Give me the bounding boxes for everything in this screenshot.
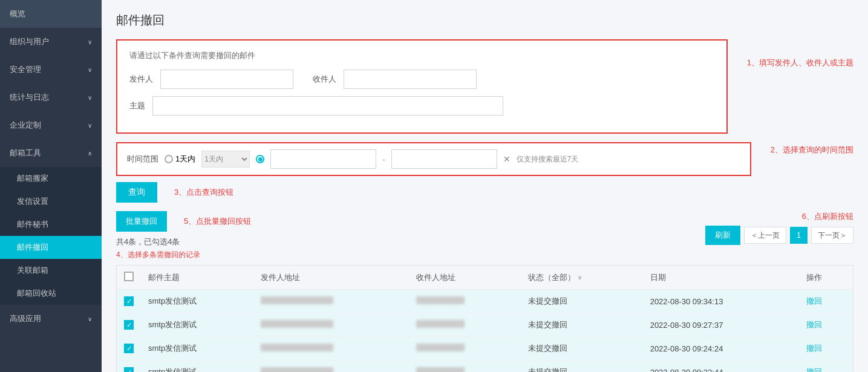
sidebar-item-overview[interactable]: 概览 bbox=[0, 0, 102, 28]
sidebar-item-mail-migrate[interactable]: 邮箱搬家 bbox=[0, 167, 102, 190]
sidebar-item-linked-mailbox[interactable]: 关联邮箱 bbox=[0, 259, 102, 282]
time-option-1day[interactable]: 1天内 bbox=[165, 154, 195, 165]
refresh-button[interactable]: 刷新 bbox=[705, 226, 740, 245]
sidebar-item-label: 发信设置 bbox=[17, 196, 48, 207]
row-receiver bbox=[409, 313, 521, 337]
current-page-button[interactable]: 1 bbox=[790, 227, 808, 244]
chevron-down-icon: ∨ bbox=[578, 274, 582, 281]
row-receiver bbox=[409, 361, 521, 373]
row-checkbox-0[interactable] bbox=[124, 296, 134, 306]
chevron-down-icon: ∨ bbox=[88, 316, 92, 322]
table-body: smtp发信测试 未提交撤回 2022-08-30 09:34:13 撤回 sm… bbox=[117, 290, 853, 373]
subject-input[interactable]: smtp发信测试 bbox=[152, 96, 503, 116]
chevron-up-icon: ∧ bbox=[88, 150, 92, 157]
sidebar-item-label: 企业定制 bbox=[10, 120, 41, 131]
annotation-5: 5、点批量撤回按钮 bbox=[184, 216, 251, 227]
row-sender bbox=[253, 313, 409, 337]
chevron-down-icon: ∨ bbox=[88, 39, 92, 45]
next-page-button[interactable]: 下一页＞ bbox=[811, 227, 853, 244]
row-date: 2022-08-30 09:34:13 bbox=[643, 290, 799, 313]
sidebar-item-label: 概览 bbox=[10, 8, 25, 19]
annotation-2: 2、选择查询的时间范围 bbox=[771, 145, 853, 154]
select-all-checkbox[interactable] bbox=[124, 272, 134, 281]
row-date: 2022-08-30 09:27:37 bbox=[643, 313, 799, 337]
date-end-input[interactable]: 2022-08-31 00:00:00 bbox=[391, 149, 497, 169]
row-status: 未提交撤回 bbox=[521, 313, 643, 337]
sidebar-item-mailbox-tools[interactable]: 邮箱工具 ∧ bbox=[0, 139, 102, 167]
sidebar-item-label: 邮箱搬家 bbox=[17, 173, 48, 184]
sidebar-item-stats-log[interactable]: 统计与日志 ∨ bbox=[0, 83, 102, 111]
row-status: 未提交撤回 bbox=[521, 290, 643, 313]
date-start-input[interactable]: 2022-08-29 00:00:00 bbox=[270, 149, 376, 169]
sidebar-item-label: 统计与日志 bbox=[10, 92, 49, 103]
search-row-subject: 主题 smtp发信测试 bbox=[129, 96, 714, 116]
annotation-2-container: 2、选择查询的时间范围 bbox=[761, 142, 853, 155]
sender-label: 发件人 bbox=[129, 74, 153, 85]
sidebar-item-advanced[interactable]: 高级应用 ∨ bbox=[0, 305, 102, 333]
table-header-row: 邮件主题 发件人地址 收件人地址 状态（全部） ∨ 日期 操作 bbox=[117, 266, 853, 290]
date-separator: - bbox=[382, 155, 385, 164]
clear-date-button[interactable]: ✕ bbox=[503, 154, 511, 164]
sidebar-sub-mailbox-tools: 邮箱搬家 发信设置 邮件秘书 邮件撤回 关联邮箱 邮箱回收站 bbox=[0, 167, 102, 305]
row-status: 未提交撤回 bbox=[521, 361, 643, 373]
receiver-input[interactable] bbox=[344, 70, 477, 89]
time-range-label: 时间范围 bbox=[127, 154, 158, 165]
sidebar-item-mail-secretary[interactable]: 邮件秘书 bbox=[0, 213, 102, 236]
th-date: 日期 bbox=[643, 266, 799, 290]
sidebar-item-org-users[interactable]: 组织与用户 ∨ bbox=[0, 28, 102, 56]
th-subject: 邮件主题 bbox=[141, 266, 253, 290]
main-content: 邮件撤回 请通过以下条件查询需要撤回的邮件 发件人 收件人 主题 smtp发信测… bbox=[102, 0, 868, 372]
row-subject: smtp发信测试 bbox=[141, 290, 253, 313]
th-action: 操作 bbox=[799, 266, 853, 290]
sidebar-item-send-settings[interactable]: 发信设置 bbox=[0, 190, 102, 213]
sidebar-item-label: 邮件撤回 bbox=[17, 242, 48, 253]
page-title: 邮件撤回 bbox=[116, 12, 853, 28]
annotation-1-container: 1、填写发件人、收件人或主题 bbox=[737, 39, 853, 68]
sidebar-item-mail-recycle[interactable]: 邮箱回收站 bbox=[0, 282, 102, 305]
query-button[interactable]: 查询 bbox=[116, 182, 157, 203]
row-checkbox-1[interactable] bbox=[124, 320, 134, 330]
time-option-custom[interactable] bbox=[256, 155, 264, 163]
sidebar: 概览 组织与用户 ∨ 安全管理 ∨ 统计与日志 ∨ 企业定制 ∨ 邮箱工具 ∧ … bbox=[0, 0, 102, 372]
sidebar-item-enterprise[interactable]: 企业定制 ∨ bbox=[0, 111, 102, 139]
row-action: 撤回 bbox=[799, 313, 853, 337]
time-option-1day-label: 1天内 bbox=[175, 154, 195, 165]
row-date: 2022-08-30 09:24:24 bbox=[643, 337, 799, 361]
subject-label: 主题 bbox=[129, 100, 145, 111]
chevron-down-icon: ∨ bbox=[88, 122, 92, 129]
row-subject: smtp发信测试 bbox=[141, 361, 253, 373]
email-table-container: 邮件主题 发件人地址 收件人地址 状态（全部） ∨ 日期 操作 bbox=[116, 265, 853, 372]
recall-action-link[interactable]: 撤回 bbox=[806, 320, 822, 329]
table-row: smtp发信测试 未提交撤回 2022-08-30 09:22:44 撤回 bbox=[117, 361, 853, 373]
bottom-left: 批量撤回 5、点批量撤回按钮 共4条，已勾选4条 4、选择多条需撤回的记录 bbox=[116, 211, 251, 260]
th-status: 状态（全部） ∨ bbox=[521, 266, 643, 290]
search-row-sender-receiver: 发件人 收件人 bbox=[129, 70, 714, 89]
recall-action-link[interactable]: 撤回 bbox=[806, 344, 822, 353]
table-row: smtp发信测试 未提交撤回 2022-08-30 09:34:13 撤回 bbox=[117, 290, 853, 313]
row-date: 2022-08-30 09:22:44 bbox=[643, 361, 799, 373]
th-sender: 发件人地址 bbox=[253, 266, 409, 290]
bottom-right: 6、点刷新按钮 刷新 ＜上一页 1 下一页＞ bbox=[705, 211, 853, 245]
sidebar-item-label: 邮箱回收站 bbox=[17, 288, 56, 299]
row-receiver bbox=[409, 337, 521, 361]
sidebar-item-security[interactable]: 安全管理 ∨ bbox=[0, 56, 102, 83]
time-preset-select[interactable]: 1天内 bbox=[201, 151, 250, 168]
row-sender bbox=[253, 290, 409, 313]
row-action: 撤回 bbox=[799, 290, 853, 313]
sender-input[interactable] bbox=[160, 70, 293, 89]
sidebar-item-label: 邮件秘书 bbox=[17, 219, 48, 230]
time-hint-text: 仅支持搜索最近7天 bbox=[517, 154, 579, 165]
status-filter-dropdown[interactable]: 状态（全部） ∨ bbox=[528, 272, 636, 283]
recall-action-link[interactable]: 撤回 bbox=[806, 296, 822, 305]
row-status: 未提交撤回 bbox=[521, 337, 643, 361]
batch-recall-button[interactable]: 批量撤回 bbox=[116, 211, 167, 232]
recall-action-link[interactable]: 撤回 bbox=[806, 367, 822, 372]
email-table: 邮件主题 发件人地址 收件人地址 状态（全部） ∨ 日期 操作 bbox=[117, 266, 853, 372]
table-row: smtp发信测试 未提交撤回 2022-08-30 09:24:24 撤回 bbox=[117, 337, 853, 361]
row-checkbox-3[interactable] bbox=[124, 367, 134, 372]
search-section: 请通过以下条件查询需要撤回的邮件 发件人 收件人 主题 smtp发信测试 bbox=[116, 39, 728, 134]
annotation-6: 6、点刷新按钮 bbox=[802, 211, 853, 222]
prev-page-button[interactable]: ＜上一页 bbox=[744, 227, 786, 244]
sidebar-item-mail-recall[interactable]: 邮件撤回 bbox=[0, 236, 102, 259]
row-checkbox-2[interactable] bbox=[124, 344, 134, 353]
